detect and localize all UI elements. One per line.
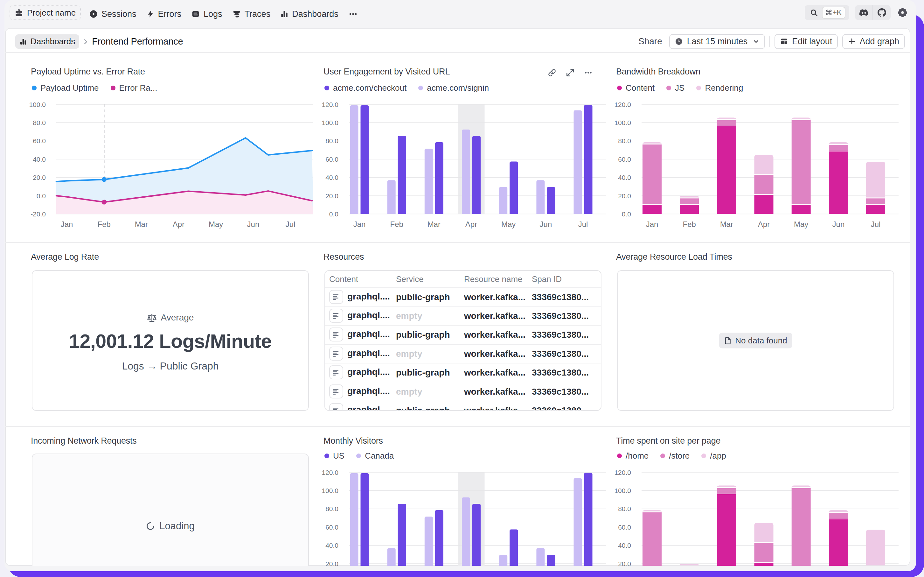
- svg-text:Feb: Feb: [390, 220, 403, 229]
- svg-text:Mar: Mar: [135, 220, 148, 229]
- svg-text:100.0: 100.0: [614, 487, 631, 494]
- svg-text:120.0: 120.0: [321, 101, 338, 108]
- svg-text:20.0: 20.0: [33, 174, 46, 181]
- svg-text:Jun: Jun: [540, 220, 552, 229]
- svg-text:120.0: 120.0: [321, 469, 338, 476]
- svg-text:0.0: 0.0: [329, 210, 338, 218]
- svg-text:40.0: 40.0: [325, 542, 338, 549]
- svg-text:20.0: 20.0: [618, 560, 631, 566]
- svg-text:Apr: Apr: [758, 220, 770, 229]
- svg-text:60.0: 60.0: [618, 524, 631, 531]
- svg-text:0.0: 0.0: [622, 210, 631, 218]
- svg-text:Jul: Jul: [286, 220, 296, 229]
- svg-text:Feb: Feb: [683, 220, 696, 229]
- svg-text:120.0: 120.0: [614, 101, 631, 108]
- svg-text:60.0: 60.0: [325, 156, 338, 163]
- svg-text:120.0: 120.0: [614, 469, 631, 476]
- svg-text:May: May: [794, 220, 808, 229]
- svg-text:0.0: 0.0: [37, 192, 46, 200]
- svg-text:100.0: 100.0: [321, 487, 338, 494]
- svg-text:80.0: 80.0: [618, 505, 631, 513]
- svg-text:80.0: 80.0: [618, 137, 631, 145]
- svg-text:May: May: [209, 220, 223, 229]
- svg-text:Jan: Jan: [61, 220, 73, 229]
- svg-text:Jan: Jan: [354, 220, 366, 229]
- svg-text:40.0: 40.0: [33, 156, 46, 163]
- svg-text:80.0: 80.0: [325, 137, 338, 145]
- svg-text:20.0: 20.0: [325, 560, 338, 566]
- svg-text:Jul: Jul: [871, 220, 881, 229]
- svg-text:Mar: Mar: [427, 220, 440, 229]
- svg-text:100.0: 100.0: [614, 119, 631, 126]
- svg-text:Mar: Mar: [720, 220, 733, 229]
- svg-text:Jan: Jan: [646, 220, 659, 229]
- svg-text:May: May: [501, 220, 516, 229]
- svg-text:20.0: 20.0: [325, 192, 338, 200]
- svg-text:40.0: 40.0: [618, 542, 631, 549]
- svg-text:80.0: 80.0: [325, 505, 338, 513]
- svg-text:60.0: 60.0: [618, 156, 631, 163]
- svg-text:Apr: Apr: [173, 220, 185, 229]
- svg-text:Jun: Jun: [832, 220, 845, 229]
- svg-text:Feb: Feb: [98, 220, 111, 229]
- svg-text:20.0: 20.0: [618, 192, 631, 200]
- svg-text:60.0: 60.0: [325, 524, 338, 531]
- svg-text:100.0: 100.0: [321, 119, 338, 126]
- svg-text:80.0: 80.0: [33, 119, 46, 126]
- svg-text:-20.0: -20.0: [31, 210, 46, 218]
- svg-text:Jul: Jul: [578, 220, 588, 229]
- svg-text:Jun: Jun: [247, 220, 260, 229]
- svg-text:40.0: 40.0: [325, 174, 338, 181]
- svg-text:Apr: Apr: [465, 220, 477, 229]
- svg-text:40.0: 40.0: [618, 174, 631, 181]
- svg-text:100.0: 100.0: [29, 101, 46, 108]
- svg-text:60.0: 60.0: [33, 137, 46, 145]
